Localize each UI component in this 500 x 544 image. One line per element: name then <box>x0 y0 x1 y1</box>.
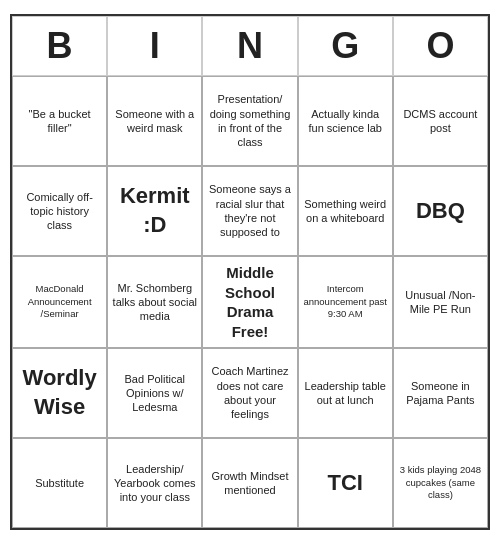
bingo-cell-8: Something weird on a whiteboard <box>298 166 393 256</box>
header-n: N <box>202 16 297 76</box>
bingo-cell-9: DBQ <box>393 166 488 256</box>
bingo-cell-23: TCI <box>298 438 393 528</box>
bingo-cell-15: Wordly Wise <box>12 348 107 438</box>
bingo-cell-0: "Be a bucket filler" <box>12 76 107 166</box>
header-g: G <box>298 16 393 76</box>
header-o: O <box>393 16 488 76</box>
bingo-cell-10: MacDonald Announcement /Seminar <box>12 256 107 348</box>
bingo-cell-3: Actually kinda fun science lab <box>298 76 393 166</box>
bingo-card: B I N G O "Be a bucket filler"Someone wi… <box>10 14 490 530</box>
bingo-cell-7: Someone says a racial slur that they're … <box>202 166 297 256</box>
header-b: B <box>12 16 107 76</box>
bingo-cell-6: Kermit :D <box>107 166 202 256</box>
bingo-cell-2: Presentation/ doing something in front o… <box>202 76 297 166</box>
bingo-cell-19: Someone in Pajama Pants <box>393 348 488 438</box>
bingo-cell-17: Coach Martinez does not care about your … <box>202 348 297 438</box>
bingo-cell-11: Mr. Schomberg talks about social media <box>107 256 202 348</box>
bingo-cell-13: Intercom announcement past 9:30 AM <box>298 256 393 348</box>
header-i: I <box>107 16 202 76</box>
bingo-header: B I N G O <box>12 16 488 76</box>
bingo-cell-4: DCMS account post <box>393 76 488 166</box>
bingo-cell-1: Someone with a weird mask <box>107 76 202 166</box>
bingo-cell-20: Substitute <box>12 438 107 528</box>
bingo-grid: "Be a bucket filler"Someone with a weird… <box>12 76 488 528</box>
bingo-cell-5: Comically off-topic history class <box>12 166 107 256</box>
bingo-cell-21: Leadership/ Yearbook comes into your cla… <box>107 438 202 528</box>
bingo-cell-12: Middle School Drama Free! <box>202 256 297 348</box>
bingo-cell-18: Leadership table out at lunch <box>298 348 393 438</box>
bingo-cell-16: Bad Political Opinions w/ Ledesma <box>107 348 202 438</box>
bingo-cell-22: Growth Mindset mentioned <box>202 438 297 528</box>
bingo-cell-14: Unusual /Non-Mile PE Run <box>393 256 488 348</box>
bingo-cell-24: 3 kids playing 2048 cupcakes (same class… <box>393 438 488 528</box>
